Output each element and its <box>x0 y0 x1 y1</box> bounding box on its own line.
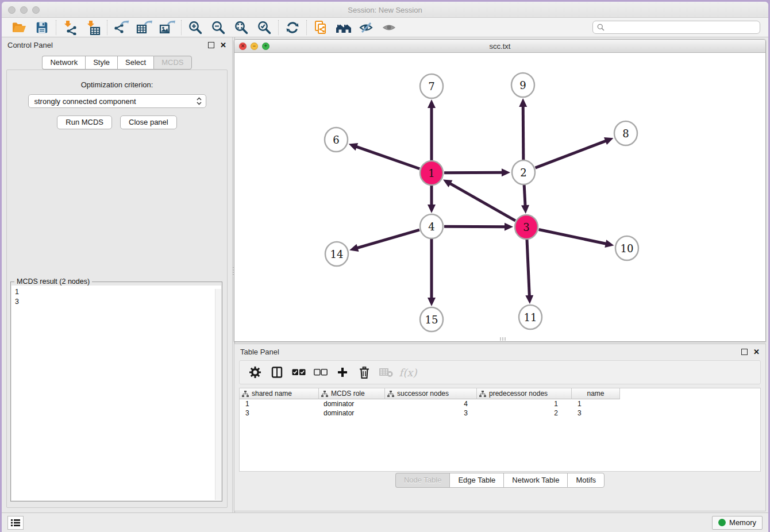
close-panel-button[interactable]: Close panel <box>120 115 177 129</box>
tab-mcds[interactable]: MCDS <box>153 56 191 70</box>
criterion-select[interactable]: strongly connected component <box>28 94 206 108</box>
cell-shared-name: 1 <box>240 399 319 408</box>
column-view-button[interactable] <box>267 363 287 381</box>
mcds-result-group: MCDS result (2 nodes) 1 3 <box>10 282 222 502</box>
tab-node-table[interactable]: Node Table <box>395 473 450 488</box>
network-window-titlebar[interactable]: scc.txt ✕ − + <box>234 40 765 53</box>
search-box[interactable] <box>592 21 760 34</box>
graph-edge-2-8[interactable] <box>536 141 607 168</box>
tab-network[interactable]: Network <box>42 56 85 70</box>
zoom-out-button[interactable] <box>207 19 230 36</box>
memory-button[interactable]: Memory <box>712 516 763 530</box>
tab-select[interactable]: Select <box>117 56 153 70</box>
float-panel-icon[interactable] <box>208 42 214 48</box>
tab-motifs[interactable]: Motifs <box>567 473 605 488</box>
search-input[interactable] <box>607 24 756 32</box>
criterion-value: strongly connected component <box>34 97 196 106</box>
title-bar: Session: New Session <box>2 2 768 18</box>
cell-mcds-role: dominator <box>319 408 385 418</box>
column-header-successor-nodes[interactable]: successor nodes <box>385 388 477 399</box>
zoom-fit-button[interactable] <box>230 19 253 36</box>
graph-edge-2-9[interactable] <box>523 106 523 160</box>
graph-edge-2-3[interactable] <box>524 185 525 206</box>
table-row[interactable]: 1 dominator 4 1 1 <box>240 399 760 408</box>
toolbar-separator <box>107 20 107 35</box>
table-toolbar: f(x) <box>239 360 761 384</box>
column-header-predecessor-nodes[interactable]: predecessor nodes <box>477 388 572 399</box>
add-column-button[interactable] <box>333 363 352 381</box>
first-neighbors-button[interactable] <box>332 19 355 36</box>
delete-table-button[interactable] <box>376 363 396 381</box>
control-panel: Control Panel ✕ Network Style Select MCD… <box>2 37 232 512</box>
cell-predecessor-nodes: 1 <box>477 399 572 408</box>
graph-node-label-15: 15 <box>425 314 438 326</box>
network-view-window: scc.txt ✕ − + 1234678910111415 <box>234 39 766 342</box>
graph-edge-3-11[interactable] <box>527 240 529 296</box>
open-file-button[interactable] <box>7 19 30 36</box>
apply-layout-button[interactable] <box>281 19 304 36</box>
graph-node-label-8: 8 <box>622 128 629 140</box>
graph-edge-arrowhead <box>519 98 527 107</box>
export-image-button[interactable] <box>156 19 179 36</box>
export-image-icon <box>159 20 175 35</box>
show-all-button[interactable] <box>378 19 401 36</box>
task-history-button[interactable] <box>7 516 24 530</box>
graph-edge-1-2[interactable] <box>444 172 503 173</box>
tab-style[interactable]: Style <box>85 56 117 70</box>
delete-column-button[interactable] <box>355 363 374 381</box>
save-session-button[interactable] <box>30 19 53 36</box>
cell-mcds-role: dominator <box>319 399 385 408</box>
node-table: shared name MCDS role successor nodes pr… <box>239 388 761 472</box>
network-canvas[interactable]: 1234678910111415 <box>234 53 765 341</box>
graph-edge-1-6[interactable] <box>356 147 419 169</box>
mcds-scrollbar[interactable] <box>215 289 221 500</box>
tree-icon <box>242 391 249 397</box>
import-table-button[interactable] <box>82 19 105 36</box>
graph-edge-3-1[interactable] <box>449 183 515 221</box>
import-network-button[interactable] <box>59 19 82 36</box>
columns-icon <box>271 367 283 378</box>
network-window-title: scc.txt <box>234 42 765 51</box>
tab-edge-table[interactable]: Edge Table <box>449 473 503 488</box>
open-folder-icon <box>11 21 26 34</box>
column-header-mcds-role[interactable]: MCDS role <box>319 388 385 399</box>
function-builder-button[interactable]: f(x) <box>398 363 418 381</box>
graph-node-label-7: 7 <box>428 80 434 92</box>
copy-network-button[interactable] <box>309 19 332 36</box>
select-stepper-icon <box>196 97 202 106</box>
zoom-in-button[interactable] <box>184 19 207 36</box>
graph-edge-4-3[interactable] <box>444 226 506 227</box>
delete-table-icon <box>379 367 393 377</box>
graph-node-label-9: 9 <box>519 79 526 91</box>
tab-network-table[interactable]: Network Table <box>503 473 567 488</box>
table-header-row: shared name MCDS role successor nodes pr… <box>240 388 760 399</box>
close-panel-icon[interactable]: ✕ <box>220 41 226 49</box>
graph-node-label-4: 4 <box>428 221 434 233</box>
hide-selected-button[interactable] <box>355 19 378 36</box>
table-row[interactable]: 3 dominator 3 2 3 <box>240 408 760 418</box>
graph-edge-arrowhead <box>349 143 358 151</box>
graph-node-label-2: 2 <box>520 167 526 179</box>
mcds-result-list[interactable]: 1 3 <box>11 286 221 500</box>
deselect-all-button[interactable] <box>311 363 330 381</box>
memory-status-icon <box>718 519 726 526</box>
select-all-button[interactable] <box>289 363 309 381</box>
float-table-panel-icon[interactable] <box>741 349 748 355</box>
run-mcds-button[interactable]: Run MCDS <box>57 115 112 129</box>
graph-edge-4-14[interactable] <box>357 230 419 248</box>
column-header-name[interactable]: name <box>572 388 620 399</box>
network-graph[interactable]: 1234678910111415 <box>234 53 765 341</box>
table-settings-button[interactable] <box>245 363 265 381</box>
column-header-shared-name[interactable]: shared name <box>240 388 319 399</box>
export-table-button[interactable] <box>133 19 156 36</box>
zoom-selected-button[interactable] <box>253 19 276 36</box>
export-network-button[interactable] <box>110 19 133 36</box>
cell-successor-nodes: 4 <box>385 399 477 408</box>
zoom-out-icon <box>211 20 226 35</box>
mcds-result-title: MCDS result (2 nodes) <box>14 277 92 286</box>
close-table-panel-icon[interactable]: ✕ <box>753 348 760 356</box>
cell-name: 3 <box>572 408 620 418</box>
canvas-resize-grip[interactable] <box>500 337 506 341</box>
control-panel-title: Control Panel <box>7 41 208 49</box>
graph-edge-3-10[interactable] <box>539 230 607 244</box>
